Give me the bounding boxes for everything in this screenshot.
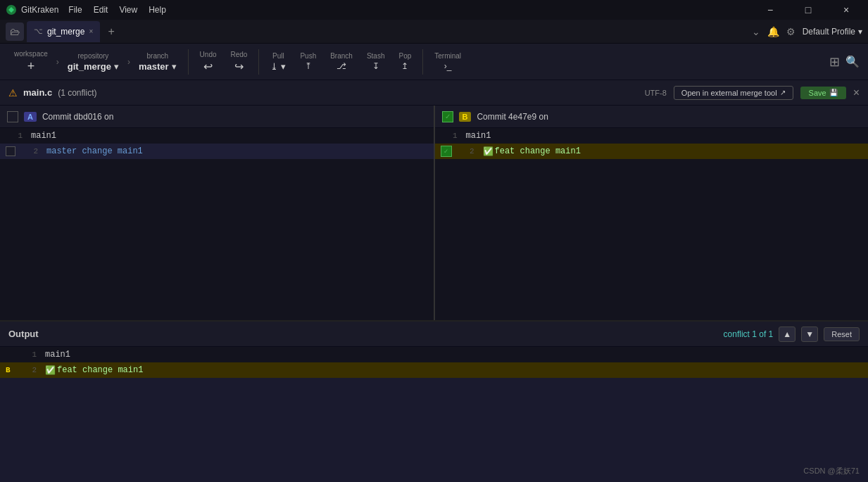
undo-label: Undo bbox=[200, 51, 217, 58]
conflict-next-button[interactable]: ▼ bbox=[801, 326, 818, 342]
left-line-content-1: main1 bbox=[31, 131, 56, 141]
branch-action-label: Branch bbox=[330, 52, 353, 60]
output-line-num-1: 1 bbox=[20, 350, 37, 359]
workspace-nav-button[interactable]: 🗁 bbox=[6, 23, 24, 41]
pull-icon: ⤓ bbox=[270, 61, 278, 72]
merge-header: ⚠ main.c (1 conflict) UTF-8 Open in exte… bbox=[0, 80, 868, 106]
conflict-badge: (1 conflict) bbox=[58, 88, 96, 98]
toolbar: workspace + › repository git_merge ▾ › b… bbox=[0, 44, 868, 80]
push-group[interactable]: Push ⤒ bbox=[294, 49, 322, 74]
output-line-content-2: feat change main1 bbox=[57, 365, 143, 375]
merge-header-right: UTF-8 Open in external merge tool ↗ Save… bbox=[645, 86, 860, 100]
panel-left: A Commit dbd016 on 1 main1 2 master chan… bbox=[0, 106, 435, 320]
push-label: Push bbox=[300, 52, 316, 60]
branch-selector[interactable]: master ▾ bbox=[139, 61, 177, 72]
right-line-content-1: main1 bbox=[466, 131, 491, 141]
workspace-group: workspace + bbox=[8, 47, 54, 77]
maximize-button[interactable]: □ bbox=[792, 0, 824, 20]
menu-file[interactable]: File bbox=[68, 5, 82, 15]
left-panel-checkbox[interactable] bbox=[7, 111, 18, 122]
conflict-prev-button[interactable]: ▲ bbox=[779, 326, 795, 342]
app-title: GitKraken bbox=[21, 5, 58, 15]
app-icon bbox=[6, 4, 17, 15]
file-name: main.c bbox=[23, 87, 52, 98]
layout-icon[interactable]: ⊞ bbox=[829, 54, 840, 70]
terminal-label: Terminal bbox=[434, 52, 461, 60]
settings-icon[interactable]: ⚙ bbox=[786, 26, 795, 37]
repository-name: git_merge bbox=[68, 61, 111, 72]
left-line-content-2: master change main1 bbox=[46, 146, 143, 156]
pull-group[interactable]: Pull ⤓ ▾ bbox=[265, 49, 291, 75]
terminal-icon: ›_ bbox=[444, 61, 452, 71]
close-button[interactable]: × bbox=[830, 0, 862, 20]
external-merge-label: Open in external merge tool bbox=[681, 89, 777, 97]
save-label: Save bbox=[809, 89, 826, 97]
dropdown-icon[interactable]: ⌄ bbox=[752, 26, 760, 37]
reset-button[interactable]: Reset bbox=[824, 327, 860, 341]
titlebar: GitKraken File Edit View Help − □ × bbox=[0, 0, 868, 20]
push-icon: ⤒ bbox=[305, 61, 312, 71]
right-line-2-checkbox[interactable]: ✓ bbox=[441, 146, 452, 157]
conflict-nav-text: conflict 1 of 1 bbox=[724, 329, 774, 339]
breadcrumb-arrow-2: › bbox=[127, 57, 130, 67]
tabbar-right: ⌄ 🔔 ⚙ Default Profile ▾ bbox=[752, 26, 862, 37]
panel-a-badge: A bbox=[24, 112, 37, 122]
output-line-num-2: 2 bbox=[20, 366, 37, 374]
stash-group[interactable]: Stash ↧ bbox=[361, 49, 391, 74]
right-line-num-1: 1 bbox=[441, 132, 458, 140]
external-merge-button[interactable]: Open in external merge tool ↗ bbox=[674, 86, 793, 100]
left-panel-header: A Commit dbd016 on bbox=[0, 106, 434, 128]
right-commit-text: Commit 4e47e9 on bbox=[477, 112, 548, 122]
merge-close-button[interactable]: × bbox=[853, 87, 860, 99]
workspace-label: workspace bbox=[14, 50, 48, 58]
menu-help[interactable]: Help bbox=[149, 5, 166, 15]
right-line-num-2: 2 bbox=[458, 147, 474, 156]
output-line-content-1: main1 bbox=[45, 350, 70, 360]
search-icon[interactable]: 🔍 bbox=[845, 55, 860, 68]
output-title: Output bbox=[8, 329, 39, 339]
pop-group[interactable]: Pop ↥ bbox=[393, 49, 417, 74]
left-line-2-checkbox[interactable] bbox=[6, 146, 15, 156]
tab-git-merge[interactable]: ⌥ git_merge × bbox=[27, 21, 100, 42]
right-diff-content: 1 main1 ✓ 2 ✅ feat change main1 bbox=[435, 128, 869, 320]
titlebar-menu: File Edit View Help bbox=[68, 5, 166, 15]
menu-edit[interactable]: Edit bbox=[94, 5, 108, 15]
right-line-content-2: feat change main1 bbox=[495, 146, 581, 156]
branch-action-group[interactable]: Branch ⎇ bbox=[325, 49, 358, 74]
redo-icon: ↪ bbox=[234, 60, 244, 73]
right-panel-checkbox[interactable]: ✓ bbox=[442, 111, 453, 122]
output-line-2: B 2 ✅ feat change main1 bbox=[0, 362, 868, 378]
minimize-button[interactable]: − bbox=[754, 0, 786, 20]
toolbar-separator-2 bbox=[258, 49, 259, 75]
branch-label: branch bbox=[146, 52, 168, 60]
pull-chevron-icon: ▾ bbox=[281, 61, 286, 72]
new-tab-button[interactable]: + bbox=[103, 23, 120, 40]
profile-button[interactable]: Default Profile ▾ bbox=[803, 27, 862, 37]
pop-icon: ↥ bbox=[401, 61, 408, 71]
redo-group[interactable]: Redo ↪ bbox=[225, 48, 253, 76]
terminal-group[interactable]: Terminal ›_ bbox=[429, 49, 467, 74]
right-line-1: 1 main1 bbox=[435, 128, 869, 144]
folder-icon: 🗁 bbox=[10, 26, 20, 37]
profile-label: Default Profile bbox=[803, 27, 855, 37]
save-button[interactable]: Save 💾 bbox=[800, 87, 846, 99]
menu-view[interactable]: View bbox=[119, 5, 137, 15]
plus-icon: + bbox=[27, 59, 35, 74]
undo-group[interactable]: Undo ↩ bbox=[194, 48, 222, 76]
output-header: Output conflict 1 of 1 ▲ ▼ Reset bbox=[0, 322, 868, 347]
repo-icon: ⌥ bbox=[34, 27, 43, 36]
tab-close-button[interactable]: × bbox=[89, 27, 93, 35]
pull-label: Pull bbox=[272, 52, 284, 60]
right-panel-header: ✓ B Commit 4e47e9 on bbox=[435, 106, 869, 128]
notification-icon[interactable]: 🔔 bbox=[767, 26, 779, 37]
left-line-1: 1 main1 bbox=[0, 128, 434, 144]
repository-selector[interactable]: git_merge ▾ bbox=[68, 61, 119, 72]
stash-label: Stash bbox=[367, 52, 385, 60]
tab-label: git_merge bbox=[47, 27, 84, 37]
panel-b-badge: B bbox=[459, 112, 472, 122]
stash-icon: ↧ bbox=[372, 61, 379, 71]
workspace-add-button[interactable]: + bbox=[27, 59, 35, 74]
diff-area: A Commit dbd016 on 1 main1 2 master chan… bbox=[0, 106, 868, 320]
tabbar: 🗁 ⌥ git_merge × + ⌄ 🔔 ⚙ Default Profile … bbox=[0, 20, 868, 44]
checked-icon: ✅ bbox=[483, 146, 493, 157]
